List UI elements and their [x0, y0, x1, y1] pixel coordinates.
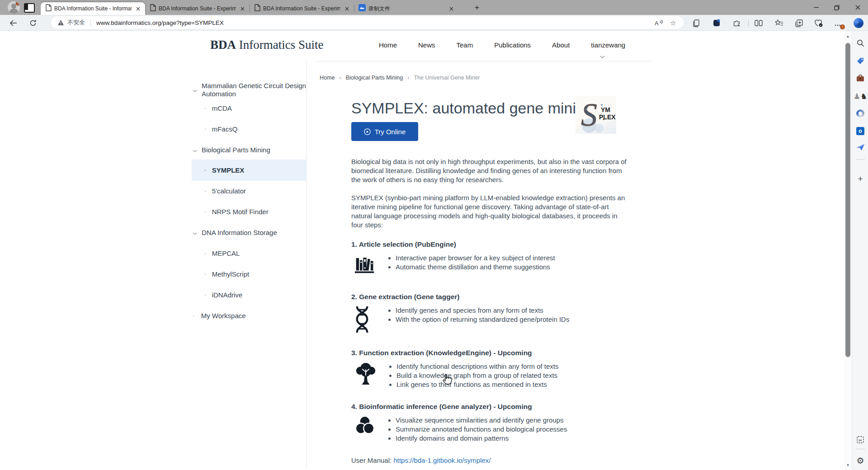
browser-titlebar: BDA Information Suite - Informat BDA Inf… [0, 0, 868, 15]
sidebar-item-5calculator[interactable]: · 5'calculator [192, 180, 306, 201]
rail-divider [856, 449, 865, 449]
refresh-button[interactable] [27, 17, 39, 29]
sidebar-group-dna-information-storage[interactable]: DNA Information Storage [192, 222, 306, 243]
user-menu-chevron-down-icon[interactable] [600, 52, 605, 60]
new-tab-button[interactable]: + [471, 4, 483, 12]
address-bar[interactable]: 不安全 www.bdainformatics.org/page?type=SYM… [51, 16, 684, 29]
breadcrumb-section[interactable]: Biological Parts Mining [346, 75, 403, 81]
try-online-button[interactable]: Try Online [351, 122, 418, 141]
tab-actions-menu-icon[interactable] [24, 3, 35, 13]
avatar-body [9, 9, 19, 14]
svg-text:A: A [655, 20, 659, 26]
step-heading: 2. Gene extraction (Gene tagger) [351, 293, 631, 301]
tab-close-icon[interactable] [448, 5, 455, 12]
nav-about[interactable]: About [552, 41, 570, 49]
sidebar-search-icon[interactable] [852, 36, 868, 50]
tab-bda-experiment-2[interactable]: BDA Information Suite - Experim [250, 2, 354, 15]
sidebar-item-symplex[interactable]: · SYMPLEX [192, 160, 306, 181]
tab-close-icon[interactable] [134, 5, 142, 12]
page-content: BDA Informatics Suite Home News Team Pub… [0, 31, 868, 470]
tab-bda-informatics[interactable]: BDA Information Suite - Informat [41, 2, 145, 15]
tab-bda-experiment-1[interactable]: BDA Information Suite - Experim [145, 2, 250, 15]
sidebar-shopping-icon[interactable] [852, 54, 868, 68]
sidebar-item-methylscript[interactable]: · MethylScript [192, 263, 306, 284]
minimize-button[interactable] [806, 0, 826, 15]
venn-diagram-icon [351, 413, 377, 443]
split-screen-icon[interactable] [753, 18, 764, 28]
sidebar-item-label: NRPS Motif Finder [212, 208, 269, 216]
profile-avatar[interactable] [8, 1, 20, 14]
back-button[interactable] [7, 17, 19, 29]
scrollbar-thumb[interactable] [845, 43, 850, 357]
bullet-item: Link genes to their functions as mention… [396, 380, 559, 389]
sidebar-item-my-workspace[interactable]: · My Workspace [192, 305, 306, 326]
sidebar-group-bio-parts-mining[interactable]: Biological Parts Mining [192, 139, 306, 160]
sidebar-settings-icon[interactable]: ⚙ [852, 454, 868, 467]
security-indicator[interactable]: 不安全 [57, 19, 85, 27]
tab-close-icon[interactable] [343, 5, 350, 12]
restore-button[interactable] [826, 0, 847, 15]
sidebar-games-icon[interactable]: ♟♞ [852, 89, 868, 103]
sidebar-item-label: mCDA [212, 104, 232, 112]
breadcrumb-home[interactable]: Home [320, 75, 335, 81]
bullet-item: Identify functional descriptions within … [396, 362, 559, 371]
favorite-star-icon[interactable]: ☆ [667, 17, 679, 28]
bullet-dot: · [193, 312, 195, 319]
sidebar-item-mepcal[interactable]: · MEPCAL [192, 243, 306, 263]
sidebar-item-idnadrive[interactable]: · iDNAdrive [192, 284, 306, 305]
address-divider [90, 19, 91, 26]
favorites-hub-icon[interactable] [773, 18, 785, 28]
extensions-puzzle-icon[interactable] [731, 18, 743, 28]
books-icon [351, 250, 377, 276]
sidebar-item-mcda[interactable]: · mCDA [192, 98, 306, 118]
close-window-button[interactable] [847, 0, 868, 15]
tab-recording-file[interactable]: 录制文件 [354, 2, 458, 15]
nav-news[interactable]: News [418, 41, 435, 49]
sidebar-designer-icon[interactable] [852, 107, 868, 120]
tab-strip: BDA Information Suite - Informat BDA Inf… [41, 0, 458, 15]
multiple-pages-icon[interactable] [690, 18, 702, 28]
bullet-dot: · [204, 270, 207, 277]
tab-close-icon[interactable] [239, 5, 246, 12]
warning-triangle-icon [57, 19, 64, 26]
document-favicon-icon [254, 4, 260, 13]
tab-title: BDA Information Suite - Informat [54, 5, 132, 12]
extension-evernote-icon[interactable] [711, 18, 722, 28]
sidebar-tools-icon[interactable] [852, 71, 868, 85]
page-scrollbar[interactable]: ▲ ▼ [844, 31, 852, 470]
browser-essentials-icon[interactable] [813, 18, 825, 28]
chevron-down-icon[interactable] [193, 86, 197, 94]
nav-user-menu[interactable]: tianzewang [591, 41, 625, 49]
chevron-down-icon[interactable] [193, 146, 197, 154]
copilot-icon[interactable] [853, 18, 864, 28]
web-capture-icon[interactable]: ✂ [852, 433, 868, 446]
user-manual-link[interactable]: https://bda-1.gitbook.io/symplex/ [393, 456, 491, 464]
nav-home[interactable]: Home [379, 41, 397, 49]
sidebar-item-label: MEPCAL [212, 249, 240, 257]
update-badge: ↑ [840, 24, 845, 29]
sidebar-item-nrps-motif-finder[interactable]: · NRPS Motif Finder [192, 201, 306, 222]
nav-team[interactable]: Team [457, 41, 473, 49]
collections-icon[interactable] [793, 18, 805, 28]
scroll-up-icon[interactable]: ▲ [844, 34, 852, 38]
cursor-pointer [441, 373, 453, 388]
site-logo[interactable]: BDA Informatics Suite [210, 38, 323, 52]
bullet-dot: · [204, 125, 207, 132]
sidebar-divider [306, 61, 307, 468]
chevron-down-icon[interactable] [193, 229, 197, 236]
sidebar-outlook-icon[interactable]: o [852, 124, 868, 138]
header-divider [315, 61, 653, 61]
sidebar-item-label: mFacsQ [212, 125, 238, 133]
sidebar-item-label: 5'calculator [212, 187, 246, 195]
sidebar-drop-icon[interactable] [852, 141, 868, 154]
read-aloud-icon[interactable]: A [653, 17, 665, 28]
url-text[interactable]: www.bdainformatics.org/page?type=SYMPLEX [96, 19, 650, 26]
edge-sidebar-rail: ♟♞ o + ✂ ⚙ [852, 31, 868, 470]
sidebar-item-mfacsq[interactable]: · mFacsQ [192, 118, 306, 139]
logo-text-plex: PLEX [599, 113, 616, 121]
scroll-down-icon[interactable]: ▼ [844, 463, 852, 467]
settings-more-icon[interactable]: … ↑ [832, 18, 844, 28]
step-bullets: Interactive paper browser for a key subj… [377, 254, 555, 276]
nav-publications[interactable]: Publications [494, 41, 531, 49]
sidebar-customize-icon[interactable]: + [852, 172, 868, 185]
